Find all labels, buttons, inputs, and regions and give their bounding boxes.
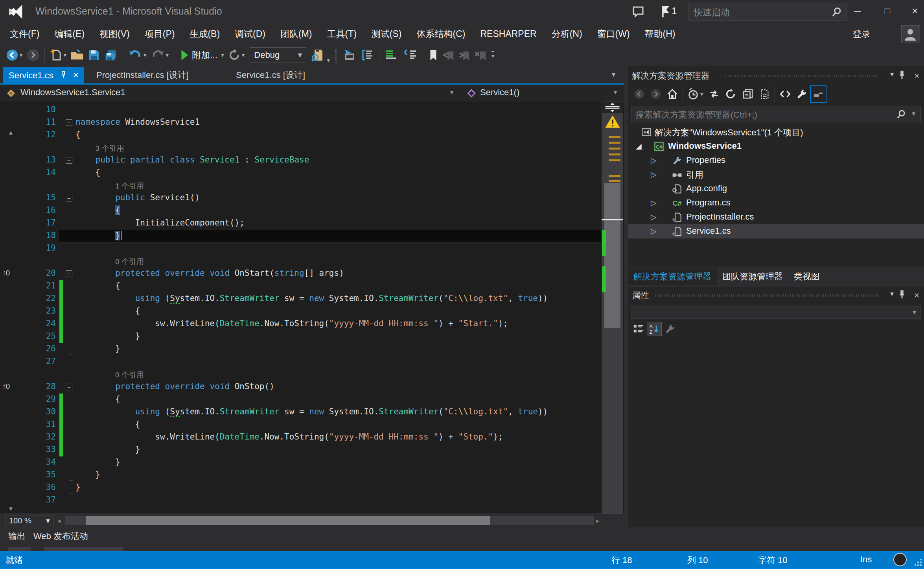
output-tab[interactable]: 输出 — [8, 530, 26, 542]
attach-debugger-button[interactable]: 附加... ▾ — [177, 46, 226, 64]
code-line-30[interactable]: 30 using (System.IO.StreamWriter sw = ne… — [0, 406, 602, 419]
code-line-13[interactable]: 13− public partial class Service1 : Serv… — [0, 154, 602, 167]
next-bookmark-button[interactable] — [457, 46, 473, 64]
code-line-34[interactable]: 34 } — [0, 456, 602, 469]
menu-item-h[interactable]: 帮助(H) — [637, 24, 683, 44]
code-line-14[interactable]: 14 { — [0, 167, 602, 179]
document-tab-3[interactable]: Service1.cs [设计] — [236, 67, 305, 83]
feedback-icon[interactable] — [630, 5, 646, 19]
chevron-down-icon[interactable]: ▼ — [911, 110, 917, 117]
view-code-button[interactable] — [777, 86, 793, 102]
refresh-button[interactable] — [722, 86, 739, 102]
code-line-21[interactable]: 21 { — [0, 280, 602, 293]
collapsed-expander-icon[interactable]: ▷ — [651, 156, 657, 165]
collapsed-expander-icon[interactable]: ▷ — [651, 227, 657, 236]
code-line-23[interactable]: 23 { — [0, 305, 602, 318]
navigate-back-button[interactable]: ▾ — [4, 46, 25, 64]
code-line-19[interactable]: 19 — [0, 242, 602, 255]
window-position-dropdown-icon[interactable]: ▼ — [889, 290, 895, 297]
code-line-18[interactable]: 18 } — [0, 230, 602, 242]
codelens-row[interactable]: 3 个引用 — [0, 142, 602, 154]
restart-button[interactable]: ▾ — [226, 46, 247, 64]
code-line-32[interactable]: 32 sw.WriteLine(DateTime.Now.ToString("y… — [0, 431, 602, 444]
tree-item-windowsservice1[interactable]: ◢C#WindowsService1 — [628, 139, 924, 153]
code-line-31[interactable]: 31 { — [0, 419, 602, 431]
tree-item-projectinstallercs[interactable]: ▷ProjectInstaller.cs — [628, 210, 924, 224]
close-icon[interactable]: × — [914, 290, 919, 301]
forward-button[interactable] — [648, 86, 664, 102]
editor-split-handle[interactable] — [602, 102, 623, 113]
menu-item-s[interactable]: 测试(S) — [364, 24, 409, 44]
fold-collapse-box[interactable]: − — [66, 119, 72, 126]
solution-configuration-combobox[interactable]: Debug▾ — [250, 47, 306, 63]
codelens-row[interactable]: 0 个引用 — [0, 368, 602, 381]
object-selector-combobox[interactable]: ▼ — [631, 306, 921, 319]
scrollbar-thumb[interactable] — [86, 516, 490, 525]
window-position-dropdown-icon[interactable]: ▼ — [889, 71, 895, 78]
categorized-view-button[interactable] — [631, 322, 646, 336]
resharper-status-indicator[interactable] — [893, 553, 907, 566]
new-file-button[interactable]: ▾ — [48, 46, 69, 64]
properties-button[interactable] — [793, 86, 810, 102]
collapse-all-button[interactable] — [739, 86, 756, 102]
type-dropdown[interactable]: WindowsService1.Service1 ▾ — [0, 85, 461, 102]
pin-icon[interactable] — [897, 70, 907, 80]
code-line-25[interactable]: 25 } — [0, 331, 602, 343]
analysis-warning-icon[interactable] — [604, 115, 621, 129]
sync-with-active-document-button[interactable] — [706, 86, 722, 102]
code-line-24[interactable]: 24 sw.WriteLine(DateTime.Now.ToString("y… — [0, 318, 602, 331]
menu-item-e[interactable]: 编辑(E) — [47, 24, 92, 44]
preview-selected-items-toggle[interactable] — [810, 85, 826, 103]
menu-item-p[interactable]: 项目(P) — [137, 24, 182, 44]
menu-item-b[interactable]: 生成(B) — [182, 24, 227, 44]
save-button[interactable] — [86, 46, 102, 64]
redo-button[interactable]: ▾ — [149, 46, 171, 64]
comment-lines-button[interactable] — [383, 46, 401, 64]
navigate-to-button[interactable] — [340, 46, 358, 64]
code-line-36[interactable]: 36} — [0, 482, 602, 494]
find-in-files-button[interactable]: ▾ — [309, 46, 332, 64]
collapsed-expander-icon[interactable]: ▷ — [651, 212, 657, 222]
panel-tab-inactive[interactable]: 团队资源管理器 — [717, 268, 788, 285]
fold-collapse-box[interactable]: − — [66, 157, 72, 164]
show-all-files-button[interactable] — [756, 86, 773, 102]
code-line-33[interactable]: 33 } — [0, 444, 602, 456]
previous-bookmark-button[interactable] — [441, 46, 457, 64]
fold-collapse-box[interactable]: − — [66, 195, 72, 201]
uncomment-lines-button[interactable] — [401, 46, 419, 64]
codelens-references[interactable]: 3 个引用 — [96, 143, 124, 153]
tree-item-service1cs[interactable]: ▷Service1.cs — [628, 224, 924, 238]
codelens-row[interactable]: 1 个引用 — [0, 179, 602, 192]
menu-item-n[interactable]: 分析(N) — [544, 24, 590, 44]
menu-item-w[interactable]: 窗口(W) — [590, 24, 637, 44]
codelens-references[interactable]: 0 个引用 — [115, 257, 144, 267]
user-avatar[interactable] — [901, 25, 920, 43]
override-gutter-icon[interactable]: ↑0 — [2, 269, 9, 277]
code-line-27[interactable]: 27 — [0, 356, 602, 368]
sign-in-link[interactable]: 登录 — [852, 24, 871, 44]
save-all-button[interactable] — [102, 46, 120, 64]
menu-item-v[interactable]: 视图(V) — [92, 24, 137, 44]
scroll-right-icon[interactable]: ▸ — [596, 517, 599, 525]
code-line-37[interactable]: 37 — [0, 494, 602, 507]
collapsed-expander-icon[interactable]: ▷ — [651, 198, 657, 207]
title-bar[interactable]: WindowsService1 - Microsoft Visual Studi… — [0, 0, 924, 24]
code-line-20[interactable]: ↑020− protected override void OnStart(st… — [0, 268, 602, 280]
code-line-15[interactable]: 15− public Service1() — [0, 192, 602, 205]
code-line-28[interactable]: ↑028− protected override void OnStop() — [0, 381, 602, 393]
document-tab-2[interactable]: ProjectInstaller.cs [设计] — [96, 67, 189, 83]
document-tab-1[interactable]: Service1.cs× — [3, 67, 84, 83]
alphabetical-sort-button[interactable]: AZ — [647, 322, 662, 336]
scrollbar-thumb[interactable] — [604, 183, 620, 328]
resize-grip[interactable] — [914, 558, 922, 567]
scroll-left-icon[interactable]: ◂ — [57, 517, 61, 525]
code-line-12[interactable]: 12{ — [0, 129, 602, 142]
codelens-references[interactable]: 0 个引用 — [115, 370, 144, 380]
web-publish-activity-tab[interactable]: Web 发布活动 — [33, 530, 88, 542]
clear-bookmarks-button[interactable] — [473, 46, 488, 64]
override-gutter-icon[interactable]: ↑0 — [2, 382, 9, 391]
tree-item-windowsservice11[interactable]: 解决方案"WindowsService1"(1 个项目) — [628, 125, 924, 139]
solution-explorer-search-input[interactable]: 搜索解决方案资源管理器(Ctrl+;) ▼ — [631, 106, 921, 122]
codelens-references[interactable]: 1 个引用 — [115, 181, 144, 191]
code-line-26[interactable]: 26 } — [0, 343, 602, 356]
